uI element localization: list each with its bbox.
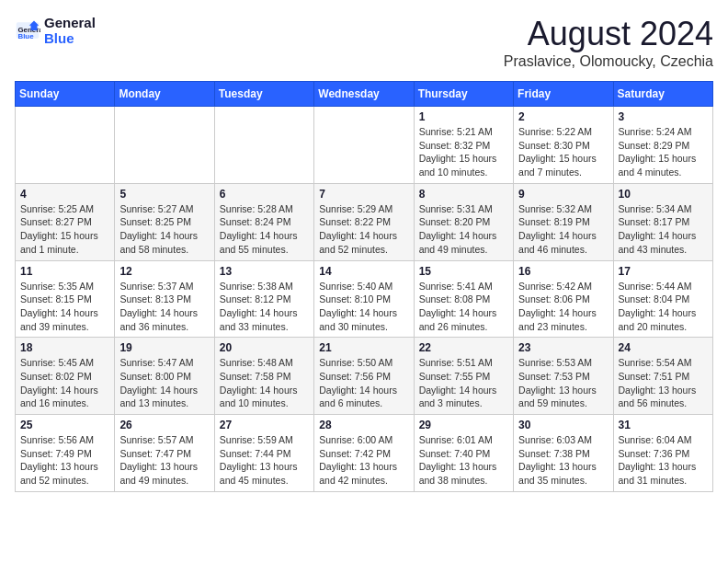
calendar-cell: 31Sunrise: 6:04 AM Sunset: 7:36 PM Dayli… [613,415,712,492]
day-number: 9 [518,188,608,201]
calendar-cell: 14Sunrise: 5:40 AM Sunset: 8:10 PM Dayli… [314,260,414,338]
day-info: Sunrise: 5:54 AM Sunset: 7:51 PM Dayligh… [619,356,708,410]
day-info: Sunrise: 5:44 AM Sunset: 8:04 PM Dayligh… [619,280,708,334]
day-number: 4 [20,188,109,201]
calendar-cell: 25Sunrise: 5:56 AM Sunset: 7:49 PM Dayli… [16,415,115,492]
calendar-cell [115,107,214,184]
day-number: 29 [419,419,508,431]
calendar-cell: 9Sunrise: 5:32 AM Sunset: 8:19 PM Daylig… [514,183,613,260]
day-number: 7 [319,188,408,201]
day-number: 15 [419,265,508,278]
day-info: Sunrise: 5:56 AM Sunset: 7:49 PM Dayligh… [20,433,109,488]
day-info: Sunrise: 5:28 AM Sunset: 8:24 PM Dayligh… [220,202,309,257]
calendar-cell: 19Sunrise: 5:47 AM Sunset: 8:00 PM Dayli… [115,338,214,415]
day-info: Sunrise: 5:29 AM Sunset: 8:22 PM Dayligh… [319,202,408,257]
calendar-cell: 30Sunrise: 6:03 AM Sunset: 7:38 PM Dayli… [514,415,613,492]
day-number: 31 [619,419,708,431]
weekday-header-tuesday: Tuesday [214,82,313,107]
day-info: Sunrise: 5:53 AM Sunset: 7:53 PM Dayligh… [518,356,608,410]
day-info: Sunrise: 5:27 AM Sunset: 8:25 PM Dayligh… [119,202,209,257]
day-number: 12 [119,265,209,278]
day-info: Sunrise: 5:45 AM Sunset: 8:02 PM Dayligh… [20,356,109,410]
logo-icon: General Blue [15,17,40,43]
day-number: 30 [518,419,608,431]
calendar-cell: 16Sunrise: 5:42 AM Sunset: 8:06 PM Dayli… [514,260,613,338]
location-title: Praslavice, Olomoucky, Czechia [504,53,713,70]
day-number: 18 [20,341,109,354]
weekday-header-row: SundayMondayTuesdayWednesdayThursdayFrid… [16,82,713,107]
day-info: Sunrise: 5:31 AM Sunset: 8:20 PM Dayligh… [419,202,508,257]
calendar-cell: 4Sunrise: 5:25 AM Sunset: 8:27 PM Daylig… [16,183,115,260]
weekday-header-friday: Friday [514,82,613,107]
day-number: 25 [20,419,109,431]
calendar-cell: 18Sunrise: 5:45 AM Sunset: 8:02 PM Dayli… [16,338,115,415]
day-number: 3 [619,110,708,123]
day-info: Sunrise: 5:41 AM Sunset: 8:08 PM Dayligh… [419,280,508,334]
day-number: 24 [619,341,708,354]
calendar-cell: 8Sunrise: 5:31 AM Sunset: 8:20 PM Daylig… [414,183,513,260]
day-info: Sunrise: 5:48 AM Sunset: 7:58 PM Dayligh… [220,356,309,410]
calendar-cell [16,107,115,184]
calendar-table: SundayMondayTuesdayWednesdayThursdayFrid… [15,81,713,492]
week-row-1: 1Sunrise: 5:21 AM Sunset: 8:32 PM Daylig… [16,107,713,184]
day-info: Sunrise: 5:57 AM Sunset: 7:47 PM Dayligh… [119,433,209,488]
calendar-cell: 15Sunrise: 5:41 AM Sunset: 8:08 PM Dayli… [414,260,513,338]
day-info: Sunrise: 5:21 AM Sunset: 8:32 PM Dayligh… [419,125,508,179]
calendar-cell: 3Sunrise: 5:24 AM Sunset: 8:29 PM Daylig… [613,107,712,184]
day-number: 23 [518,341,608,354]
month-title: August 2024 [504,15,713,53]
calendar-cell: 12Sunrise: 5:37 AM Sunset: 8:13 PM Dayli… [115,260,214,338]
day-info: Sunrise: 5:35 AM Sunset: 8:15 PM Dayligh… [20,280,109,334]
day-info: Sunrise: 5:37 AM Sunset: 8:13 PM Dayligh… [119,280,209,334]
title-block: August 2024 Praslavice, Olomoucky, Czech… [504,15,713,70]
day-info: Sunrise: 6:03 AM Sunset: 7:38 PM Dayligh… [518,433,608,488]
calendar-cell: 1Sunrise: 5:21 AM Sunset: 8:32 PM Daylig… [414,107,513,184]
day-number: 10 [619,188,708,201]
day-number: 6 [220,188,309,201]
day-info: Sunrise: 5:42 AM Sunset: 8:06 PM Dayligh… [518,280,608,334]
weekday-header-sunday: Sunday [16,82,115,107]
day-info: Sunrise: 5:59 AM Sunset: 7:44 PM Dayligh… [220,433,309,488]
day-number: 8 [419,188,508,201]
day-number: 5 [119,188,209,201]
week-row-5: 25Sunrise: 5:56 AM Sunset: 7:49 PM Dayli… [16,415,713,492]
logo-text: General Blue [44,15,96,47]
calendar-cell: 2Sunrise: 5:22 AM Sunset: 8:30 PM Daylig… [514,107,613,184]
week-row-2: 4Sunrise: 5:25 AM Sunset: 8:27 PM Daylig… [16,183,713,260]
calendar-cell: 20Sunrise: 5:48 AM Sunset: 7:58 PM Dayli… [214,338,313,415]
svg-text:Blue: Blue [18,32,35,40]
day-info: Sunrise: 6:01 AM Sunset: 7:40 PM Dayligh… [419,433,508,488]
day-number: 11 [20,265,109,278]
day-info: Sunrise: 5:22 AM Sunset: 8:30 PM Dayligh… [518,125,608,179]
calendar-cell: 26Sunrise: 5:57 AM Sunset: 7:47 PM Dayli… [115,415,214,492]
day-info: Sunrise: 5:50 AM Sunset: 7:56 PM Dayligh… [319,356,408,410]
day-number: 22 [419,341,508,354]
calendar-cell: 13Sunrise: 5:38 AM Sunset: 8:12 PM Dayli… [214,260,313,338]
day-number: 21 [319,341,408,354]
weekday-header-wednesday: Wednesday [314,82,414,107]
weekday-header-monday: Monday [115,82,214,107]
calendar-cell: 11Sunrise: 5:35 AM Sunset: 8:15 PM Dayli… [16,260,115,338]
calendar-cell [314,107,414,184]
page-header: General Blue General Blue August 2024 Pr… [15,15,713,70]
calendar-cell: 7Sunrise: 5:29 AM Sunset: 8:22 PM Daylig… [314,183,414,260]
calendar-cell: 28Sunrise: 6:00 AM Sunset: 7:42 PM Dayli… [314,415,414,492]
calendar-cell: 5Sunrise: 5:27 AM Sunset: 8:25 PM Daylig… [115,183,214,260]
week-row-4: 18Sunrise: 5:45 AM Sunset: 8:02 PM Dayli… [16,338,713,415]
calendar-cell: 22Sunrise: 5:51 AM Sunset: 7:55 PM Dayli… [414,338,513,415]
day-number: 19 [119,341,209,354]
day-info: Sunrise: 5:51 AM Sunset: 7:55 PM Dayligh… [419,356,508,410]
calendar-cell: 23Sunrise: 5:53 AM Sunset: 7:53 PM Dayli… [514,338,613,415]
day-number: 1 [419,110,508,123]
day-number: 2 [518,110,608,123]
day-info: Sunrise: 5:34 AM Sunset: 8:17 PM Dayligh… [619,202,708,257]
weekday-header-thursday: Thursday [414,82,513,107]
day-number: 16 [518,265,608,278]
calendar-cell: 10Sunrise: 5:34 AM Sunset: 8:17 PM Dayli… [613,183,712,260]
calendar-cell [214,107,313,184]
calendar-cell: 24Sunrise: 5:54 AM Sunset: 7:51 PM Dayli… [613,338,712,415]
day-number: 13 [220,265,309,278]
day-info: Sunrise: 6:00 AM Sunset: 7:42 PM Dayligh… [319,433,408,488]
calendar-cell: 6Sunrise: 5:28 AM Sunset: 8:24 PM Daylig… [214,183,313,260]
calendar-cell: 21Sunrise: 5:50 AM Sunset: 7:56 PM Dayli… [314,338,414,415]
